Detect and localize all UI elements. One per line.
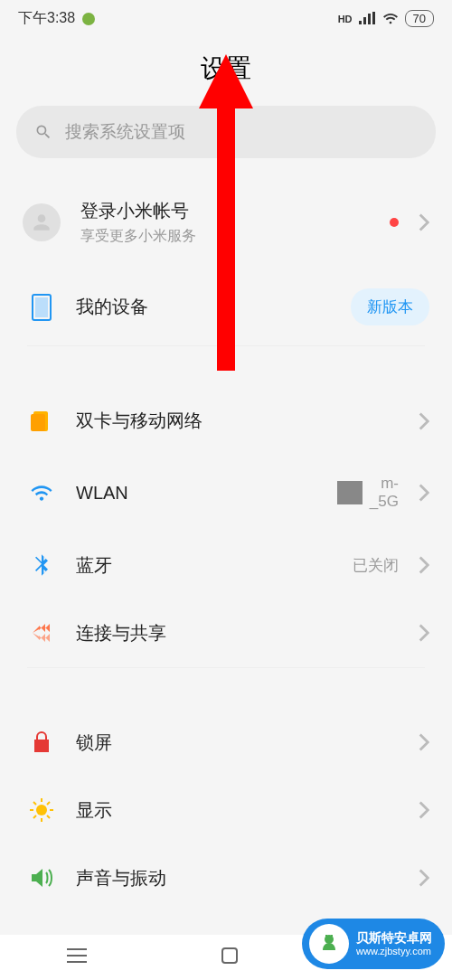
connect-row[interactable]: 连接与共享 xyxy=(0,599,452,667)
svg-line-11 xyxy=(33,815,36,818)
watermark: 贝斯特安卓网 www.zjbstyy.com xyxy=(302,919,445,969)
search-bar[interactable]: 搜索系统设置项 xyxy=(16,106,436,158)
account-content: 登录小米帐号 享受更多小米服务 xyxy=(80,199,370,246)
chevron-right-icon xyxy=(419,624,429,642)
device-title: 我的设备 xyxy=(76,295,331,319)
lock-row[interactable]: 锁屏 xyxy=(0,709,452,777)
signal-icon xyxy=(358,12,376,26)
hd-icon: HD xyxy=(338,14,353,24)
wifi-icon xyxy=(381,12,400,26)
status-right: HD 70 xyxy=(338,10,434,27)
chevron-right-icon xyxy=(419,213,429,231)
svg-point-4 xyxy=(36,805,47,815)
watermark-url: www.zjbstyy.com xyxy=(356,946,432,956)
lock-icon xyxy=(27,730,56,754)
redacted-block xyxy=(337,481,363,504)
account-row[interactable]: 登录小米帐号 享受更多小米服务 xyxy=(0,176,452,269)
wlan-row[interactable]: WLAN m- _5G xyxy=(0,455,452,532)
brightness-icon xyxy=(27,797,56,823)
svg-line-9 xyxy=(33,802,36,805)
new-version-badge: 新版本 xyxy=(351,288,429,325)
battery-icon: 70 xyxy=(405,10,434,27)
account-title: 登录小米帐号 xyxy=(80,199,370,223)
svg-line-12 xyxy=(47,802,50,805)
status-left: 下午3:38 xyxy=(18,9,95,28)
sim-icon xyxy=(27,410,56,433)
nav-home-button[interactable] xyxy=(193,938,266,977)
device-row[interactable]: 我的设备 新版本 xyxy=(0,269,452,345)
chevron-right-icon xyxy=(419,412,429,430)
svg-rect-1 xyxy=(35,297,48,317)
share-icon xyxy=(27,621,56,645)
status-indicator-dot xyxy=(82,13,95,25)
display-title: 显示 xyxy=(76,798,399,823)
bluetooth-value: 已关闭 xyxy=(353,555,399,576)
wlan-title: WLAN xyxy=(76,483,317,504)
chevron-right-icon xyxy=(419,801,429,819)
connect-title: 连接与共享 xyxy=(76,621,399,645)
wifi-icon xyxy=(27,483,56,503)
chevron-right-icon xyxy=(419,733,429,751)
notification-dot xyxy=(390,218,399,227)
device-content: 我的设备 xyxy=(76,295,331,319)
svg-rect-3 xyxy=(31,414,45,431)
page-title: 设置 xyxy=(0,35,452,106)
search-placeholder: 搜索系统设置项 xyxy=(65,120,185,144)
watermark-title: 贝斯特安卓网 xyxy=(356,931,432,945)
watermark-logo xyxy=(309,924,349,964)
nav-menu-button[interactable] xyxy=(40,938,114,976)
status-bar: 下午3:38 HD 70 xyxy=(0,0,452,35)
bluetooth-row[interactable]: 蓝牙 已关闭 xyxy=(0,532,452,599)
lock-title: 锁屏 xyxy=(76,730,399,755)
search-icon xyxy=(34,123,52,141)
svg-rect-21 xyxy=(325,935,327,938)
account-subtitle: 享受更多小米服务 xyxy=(80,227,370,246)
sim-row[interactable]: 双卡与移动网络 xyxy=(0,387,452,455)
svg-rect-19 xyxy=(222,948,237,963)
device-icon xyxy=(27,294,56,321)
sound-icon xyxy=(27,867,56,889)
bluetooth-title: 蓝牙 xyxy=(76,553,333,578)
chevron-right-icon xyxy=(419,869,429,887)
sound-row[interactable]: 声音与振动 xyxy=(0,844,452,912)
svg-rect-22 xyxy=(331,935,333,938)
bluetooth-icon xyxy=(27,552,56,578)
wlan-value: m- _5G xyxy=(337,475,399,512)
chevron-right-icon xyxy=(419,556,429,574)
sound-title: 声音与振动 xyxy=(76,866,399,890)
sim-title: 双卡与移动网络 xyxy=(76,409,399,433)
chevron-right-icon xyxy=(419,484,429,502)
display-row[interactable]: 显示 xyxy=(0,777,452,844)
status-time: 下午3:38 xyxy=(18,9,75,28)
svg-line-10 xyxy=(47,815,50,818)
avatar xyxy=(23,203,61,241)
